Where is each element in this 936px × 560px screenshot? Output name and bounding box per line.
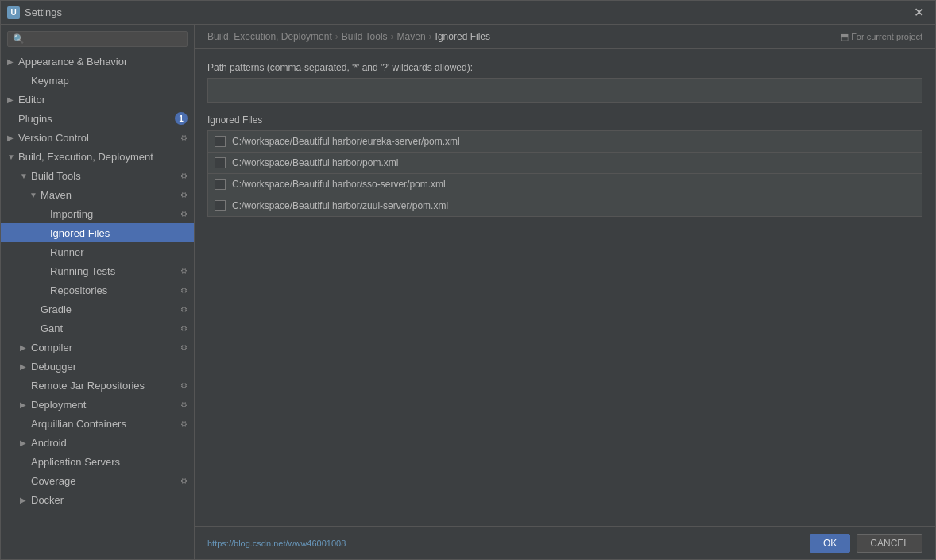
search-input[interactable] <box>7 31 188 47</box>
sidebar-item-label-version-control: Version Control <box>18 132 177 144</box>
sidebar-item-android[interactable]: ▶Android <box>1 433 194 452</box>
sidebar-item-gradle[interactable]: Gradle⚙ <box>1 299 194 319</box>
sidebar-item-label-appearance-behavior: Appearance & Behavior <box>18 56 188 68</box>
sidebar-item-label-repositories: Repositories <box>50 284 177 296</box>
sidebar-item-label-build-tools: Build Tools <box>31 170 177 182</box>
sidebar-item-build-tools[interactable]: ▼Build Tools⚙ <box>1 166 194 185</box>
settings-icon-deployment: ⚙ <box>180 400 188 409</box>
sidebar-item-label-keymap: Keymap <box>31 75 188 87</box>
sidebar-item-label-docker: Docker <box>31 494 188 506</box>
arrow-icon-build-tools: ▼ <box>20 172 31 180</box>
ok-button[interactable]: OK <box>810 534 850 553</box>
settings-icon-maven: ⚙ <box>180 191 188 199</box>
sidebar-item-label-ignored-files: Ignored Files <box>50 227 188 239</box>
breadcrumb-part-2: Maven <box>397 31 426 42</box>
close-button[interactable]: ✕ <box>909 3 929 21</box>
sidebar-item-version-control[interactable]: ▶Version Control⚙ <box>1 128 194 147</box>
footer: https://blog.csdn.net/www46001008 OK CAN… <box>195 526 935 559</box>
arrow-icon-android: ▶ <box>20 438 31 447</box>
breadcrumb-sep-1: › <box>391 31 394 42</box>
main-body: Path patterns (comma-separated, '*' and … <box>195 49 935 526</box>
footer-url: https://blog.csdn.net/www46001008 <box>207 539 346 548</box>
settings-icon-version-control: ⚙ <box>180 133 188 142</box>
sidebar-item-compiler[interactable]: ▶Compiler⚙ <box>1 338 194 357</box>
sidebar-item-ignored-files[interactable]: Ignored Files <box>1 223 194 242</box>
breadcrumb-part-1: Build Tools <box>342 31 388 42</box>
settings-icon-build-tools: ⚙ <box>180 172 188 180</box>
settings-icon-running-tests: ⚙ <box>180 267 188 276</box>
sidebar-item-label-runner: Runner <box>50 246 188 258</box>
sidebar-item-docker[interactable]: ▶Docker <box>1 490 194 509</box>
breadcrumb-part-0: Build, Execution, Deployment <box>207 31 332 42</box>
settings-icon-gradle: ⚙ <box>180 305 188 314</box>
settings-icon-compiler: ⚙ <box>180 343 188 352</box>
file-checkbox-2[interactable] <box>215 179 226 190</box>
sidebar-item-label-application-servers: Application Servers <box>31 456 188 468</box>
arrow-icon-deployment: ▶ <box>20 400 31 409</box>
sidebar-item-label-gant: Gant <box>41 322 177 334</box>
sidebar-item-gant[interactable]: Gant⚙ <box>1 319 194 338</box>
sidebar-item-arquillian-containers[interactable]: Arquillian Containers⚙ <box>1 414 194 433</box>
arrow-icon-appearance-behavior: ▶ <box>7 57 18 66</box>
arrow-icon-maven: ▼ <box>29 191 41 199</box>
for-project-label: ⬒ For current project <box>841 32 922 42</box>
sidebar-item-remote-jar-repositories[interactable]: Remote Jar Repositories⚙ <box>1 376 194 395</box>
main-area: Build, Execution, Deployment › Build Too… <box>195 25 935 559</box>
app-icon: U <box>7 6 20 19</box>
sidebar-item-label-running-tests: Running Tests <box>50 265 177 277</box>
sidebar-item-running-tests[interactable]: Running Tests⚙ <box>1 261 194 280</box>
arrow-icon-version-control: ▶ <box>7 133 18 142</box>
ignored-files-label: Ignored Files <box>207 114 922 126</box>
ignored-file-row-3[interactable]: C:/workspace/Beautiful harbor/zuul-serve… <box>208 195 922 216</box>
file-path-3: C:/workspace/Beautiful harbor/zuul-serve… <box>232 200 448 211</box>
file-path-1: C:/workspace/Beautiful harbor/pom.xml <box>232 157 398 168</box>
settings-window: U Settings ✕ ▶Appearance & BehaviorKeyma… <box>0 0 936 560</box>
ignored-file-row-2[interactable]: C:/workspace/Beautiful harbor/sso-server… <box>208 174 922 195</box>
breadcrumb: Build, Execution, Deployment › Build Too… <box>195 25 935 49</box>
arrow-icon-docker: ▶ <box>20 496 31 504</box>
arrow-icon-debugger: ▶ <box>20 362 31 371</box>
settings-icon-arquillian-containers: ⚙ <box>180 419 188 428</box>
sidebar-item-label-remote-jar-repositories: Remote Jar Repositories <box>31 380 177 392</box>
sidebar-item-label-deployment: Deployment <box>31 399 177 411</box>
sidebar-item-label-arquillian-containers: Arquillian Containers <box>31 418 177 430</box>
ignored-file-row-0[interactable]: C:/workspace/Beautiful harbor/eureka-ser… <box>208 131 922 153</box>
sidebar-item-label-importing: Importing <box>50 208 177 220</box>
search-bar <box>1 28 194 50</box>
sidebar-item-debugger[interactable]: ▶Debugger <box>1 357 194 376</box>
sidebar-item-importing[interactable]: Importing⚙ <box>1 204 194 223</box>
sidebar-item-label-debugger: Debugger <box>31 361 188 373</box>
sidebar-item-label-compiler: Compiler <box>31 342 177 353</box>
file-path-0: C:/workspace/Beautiful harbor/eureka-ser… <box>232 136 460 147</box>
path-patterns-label: Path patterns (comma-separated, '*' and … <box>207 62 922 73</box>
cancel-button[interactable]: CANCEL <box>857 534 922 553</box>
sidebar-item-appearance-behavior[interactable]: ▶Appearance & Behavior <box>1 52 194 71</box>
sidebar-item-plugins[interactable]: Plugins1 <box>1 109 194 128</box>
sidebar-item-maven[interactable]: ▼Maven⚙ <box>1 185 194 204</box>
sidebar-item-deployment[interactable]: ▶Deployment⚙ <box>1 395 194 414</box>
sidebar-item-editor[interactable]: ▶Editor <box>1 90 194 109</box>
badge-plugins: 1 <box>175 112 188 125</box>
sidebar-item-application-servers[interactable]: Application Servers <box>1 452 194 471</box>
titlebar-left: U Settings <box>7 6 62 19</box>
file-checkbox-3[interactable] <box>215 200 226 211</box>
main-content: ▶Appearance & BehaviorKeymap▶EditorPlugi… <box>1 25 935 559</box>
window-title: Settings <box>25 6 62 18</box>
ignored-file-row-1[interactable]: C:/workspace/Beautiful harbor/pom.xml <box>208 153 922 174</box>
settings-icon-remote-jar-repositories: ⚙ <box>180 381 188 390</box>
file-checkbox-1[interactable] <box>215 157 226 168</box>
arrow-icon-build-execution-deployment: ▼ <box>7 153 18 161</box>
sidebar-item-coverage[interactable]: Coverage⚙ <box>1 471 194 490</box>
arrow-icon-compiler: ▶ <box>20 343 31 352</box>
sidebar-item-build-execution-deployment[interactable]: ▼Build, Execution, Deployment <box>1 147 194 166</box>
breadcrumb-part-3: Ignored Files <box>435 31 490 42</box>
sidebar-item-runner[interactable]: Runner <box>1 242 194 261</box>
path-patterns-input[interactable] <box>207 78 922 103</box>
file-checkbox-0[interactable] <box>215 136 226 147</box>
sidebar-item-label-maven: Maven <box>41 189 177 201</box>
arrow-icon-editor: ▶ <box>7 95 18 104</box>
sidebar-item-repositories[interactable]: Repositories⚙ <box>1 280 194 299</box>
sidebar-item-label-android: Android <box>31 437 188 449</box>
sidebar-item-keymap[interactable]: Keymap <box>1 71 194 90</box>
sidebar-items-container: ▶Appearance & BehaviorKeymap▶EditorPlugi… <box>1 52 194 509</box>
